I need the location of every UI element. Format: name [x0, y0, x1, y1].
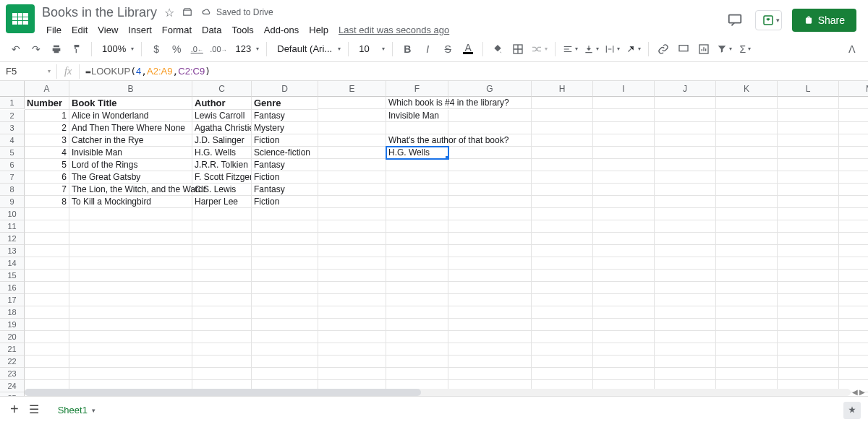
- cell[interactable]: [655, 331, 716, 343]
- cell[interactable]: [318, 147, 386, 159]
- cell[interactable]: Book Title: [69, 97, 192, 110]
- cell[interactable]: H.G. Wells: [192, 147, 252, 159]
- cell[interactable]: [386, 282, 448, 294]
- cell[interactable]: [778, 368, 839, 380]
- cell[interactable]: [532, 110, 593, 122]
- cell[interactable]: [655, 159, 716, 171]
- cell[interactable]: [778, 270, 839, 282]
- cell[interactable]: [839, 257, 868, 270]
- scroll-arrows[interactable]: ◀▶: [852, 388, 865, 396]
- row-header[interactable]: 17: [0, 294, 25, 306]
- font-select[interactable]: Default (Ari...: [273, 40, 342, 59]
- cell[interactable]: [655, 270, 716, 282]
- cell[interactable]: [69, 208, 192, 220]
- cell[interactable]: [386, 257, 448, 270]
- col-header[interactable]: A: [25, 81, 69, 97]
- cell[interactable]: [532, 245, 593, 257]
- filter-icon[interactable]: [715, 40, 733, 59]
- cell[interactable]: [192, 220, 252, 233]
- wrap-button[interactable]: [603, 40, 621, 59]
- cell[interactable]: [839, 220, 868, 233]
- cell[interactable]: [593, 196, 655, 208]
- cell[interactable]: Alice in Wonderland: [69, 110, 192, 122]
- cell[interactable]: [532, 171, 593, 184]
- v-align-button[interactable]: [582, 40, 600, 59]
- cell[interactable]: [532, 134, 593, 147]
- cell[interactable]: [252, 368, 318, 380]
- cell[interactable]: [318, 356, 386, 368]
- row-header[interactable]: 11: [0, 220, 25, 233]
- cell[interactable]: [716, 306, 778, 319]
- cell[interactable]: [716, 122, 778, 134]
- cell[interactable]: [532, 356, 593, 368]
- font-size-select[interactable]: 10: [354, 40, 386, 59]
- cell[interactable]: [716, 368, 778, 380]
- cell[interactable]: [318, 220, 386, 233]
- cell[interactable]: [318, 171, 386, 184]
- cell[interactable]: [25, 245, 69, 257]
- cell[interactable]: [716, 159, 778, 171]
- print-icon[interactable]: [48, 40, 65, 59]
- cell[interactable]: [778, 134, 839, 147]
- functions-icon[interactable]: Σ: [736, 40, 754, 59]
- cell[interactable]: [532, 306, 593, 319]
- cell[interactable]: H.G. Wells: [386, 147, 448, 159]
- cell[interactable]: [593, 171, 655, 184]
- col-header[interactable]: E: [318, 81, 386, 97]
- cell[interactable]: [25, 356, 69, 368]
- cell[interactable]: [655, 97, 716, 109]
- row-header[interactable]: 5: [0, 147, 25, 159]
- cell[interactable]: [386, 196, 448, 208]
- cell[interactable]: [716, 270, 778, 282]
- cell[interactable]: [386, 319, 448, 331]
- row-header[interactable]: 8: [0, 184, 25, 196]
- cell[interactable]: [448, 257, 532, 270]
- cell[interactable]: [839, 134, 868, 147]
- cell[interactable]: [25, 343, 69, 356]
- cell[interactable]: [839, 184, 868, 196]
- cell[interactable]: [778, 319, 839, 331]
- cell[interactable]: Which book is #4 in the library?: [386, 97, 448, 109]
- col-header[interactable]: L: [778, 81, 839, 97]
- cell[interactable]: [593, 147, 655, 159]
- cell[interactable]: [192, 319, 252, 331]
- cell[interactable]: [448, 220, 532, 233]
- cell[interactable]: [778, 282, 839, 294]
- cell[interactable]: [318, 319, 386, 331]
- star-icon[interactable]: ☆: [164, 6, 174, 20]
- cell[interactable]: [318, 294, 386, 306]
- cell[interactable]: [386, 306, 448, 319]
- cell[interactable]: [716, 233, 778, 245]
- cell[interactable]: [532, 159, 593, 171]
- cell[interactable]: [25, 306, 69, 319]
- cell[interactable]: Author: [192, 97, 252, 110]
- cell[interactable]: [716, 171, 778, 184]
- cell[interactable]: [778, 147, 839, 159]
- cell[interactable]: [839, 294, 868, 306]
- cell[interactable]: [448, 282, 532, 294]
- cell[interactable]: [778, 97, 839, 109]
- cell[interactable]: [655, 294, 716, 306]
- cell[interactable]: [69, 356, 192, 368]
- strike-button[interactable]: S: [439, 40, 456, 59]
- cell[interactable]: [69, 331, 192, 343]
- cell[interactable]: [655, 356, 716, 368]
- row-header[interactable]: 2: [0, 110, 25, 122]
- cell[interactable]: Invisible Man: [69, 147, 192, 159]
- cell[interactable]: 6: [25, 171, 69, 184]
- cell[interactable]: [448, 184, 532, 196]
- cell[interactable]: [192, 270, 252, 282]
- paint-format-icon[interactable]: [68, 40, 85, 59]
- cell[interactable]: [532, 233, 593, 245]
- cell[interactable]: [448, 368, 532, 380]
- cell[interactable]: [716, 208, 778, 220]
- cell[interactable]: [716, 220, 778, 233]
- cell[interactable]: [318, 306, 386, 319]
- cell[interactable]: Catcher in the Rye: [69, 134, 192, 147]
- cell[interactable]: [386, 208, 448, 220]
- cell[interactable]: [318, 110, 386, 122]
- cell[interactable]: [386, 233, 448, 245]
- row-header[interactable]: 9: [0, 196, 25, 208]
- row-header[interactable]: 10: [0, 208, 25, 220]
- cell[interactable]: Agatha Christie: [192, 122, 252, 134]
